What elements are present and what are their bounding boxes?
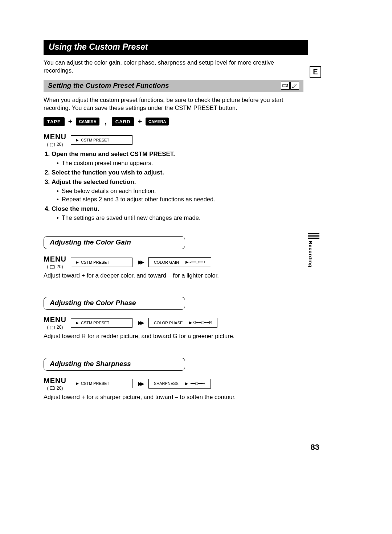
svg-rect-0 (283, 84, 286, 86)
menu-path-color-gain: MENU ( 20) ▶ CSTM PRESET ▶▶ COLOR GAIN ▶… (44, 255, 352, 269)
param-box-color-phase: COLOR PHASE ▶ G━━□━━R (148, 318, 217, 328)
menu-path-item: CSTM PRESET (81, 260, 109, 264)
camcorder-icon (281, 82, 290, 90)
param-name: COLOR PHASE (154, 321, 183, 325)
double-arrow-icon: ▶▶ (138, 381, 143, 386)
step-1: Open the menu and select CSTM PRESET. Th… (52, 151, 306, 167)
instruction-steps: Open the menu and select CSTM PRESET. Th… (44, 151, 306, 222)
param-box-color-gain: COLOR GAIN ▶ -━━□━━+ (148, 257, 211, 267)
double-arrow-icon: ▶▶ (138, 320, 143, 325)
pencil-icon (290, 82, 299, 90)
arrow-right-icon: ▶ (76, 321, 79, 325)
step-3-note-b: Repeat steps 2 and 3 to adjust other fun… (57, 195, 306, 203)
menu-page-ref: ( 20) (44, 142, 66, 147)
tape-chip: TAPE (44, 117, 65, 126)
param-name: COLOR GAIN (154, 260, 179, 264)
page-number: 83 (311, 443, 319, 452)
step-1-note: The custom preset menu appears. (57, 159, 306, 167)
plus-icon-2: + (138, 118, 142, 126)
menu-path-item: CSTM PRESET (81, 321, 109, 325)
slider-graphic: ▶ -━━□━━+ (185, 381, 205, 386)
step-2: Select the function you wish to adjust. (52, 169, 306, 176)
step-4: Close the menu. The settings are saved u… (52, 205, 306, 222)
step-3-note-a: See below details on each function. (57, 187, 306, 195)
arrow-right-icon: ▶ (76, 260, 79, 264)
color-gain-desc: Adjust toward + for a deeper color, and … (44, 271, 298, 279)
menu-path-sharpness: MENU ( 20) ▶ CSTM PRESET ▶▶ SHARPNESS ▶ … (44, 377, 352, 391)
menu-path-box: ▶ CSTM PRESET (71, 135, 132, 145)
menu-word: MENU (44, 377, 66, 385)
heading-color-gain: Adjusting the Color Gain (44, 236, 185, 249)
intro-text: You can adjust the color gain, color pha… (44, 58, 305, 75)
menu-word: MENU (44, 133, 66, 141)
camera-chip-1: CAMERA (76, 118, 99, 126)
section-tab-label: Recording (308, 241, 313, 267)
section-icons (281, 82, 299, 90)
double-arrow-icon: ▶▶ (138, 259, 143, 265)
color-phase-desc: Adjust toward R for a redder picture, an… (44, 332, 298, 340)
heading-color-phase: Adjusting the Color Phase (44, 297, 185, 310)
menu-page-ref: ( 20) (44, 264, 66, 269)
step-4-note: The settings are saved until new changes… (57, 214, 306, 222)
menu-path-box: ▶ CSTM PRESET (71, 379, 132, 388)
menu-path-item: CSTM PRESET (81, 138, 109, 142)
heading-sharpness: Adjusting the Sharpness (44, 358, 185, 371)
arrow-right-icon: ▶ (76, 138, 79, 142)
menu-path-primary: MENU ( 20) ▶ CSTM PRESET (44, 133, 352, 147)
slider-graphic: ▶ G━━□━━R (189, 320, 212, 325)
menu-path-box: ▶ CSTM PRESET (71, 318, 132, 328)
section-heading-setting: Setting the Custom Preset Functions (44, 80, 303, 92)
page-title-bar: Using the Custom Preset (44, 40, 308, 55)
slider-graphic: ▶ -━━□━━+ (185, 260, 206, 264)
separator: , (105, 117, 107, 126)
arrow-right-icon: ▶ (76, 382, 79, 385)
menu-path-color-phase: MENU ( 20) ▶ CSTM PRESET ▶▶ COLOR PHASE … (44, 316, 352, 330)
menu-word: MENU (44, 255, 66, 263)
sharpness-desc: Adjust toward + for a sharper picture, a… (44, 393, 298, 401)
section-tab-lines-icon (308, 233, 319, 239)
param-name: SHARPNESS (154, 381, 179, 386)
card-chip: CARD (112, 117, 134, 126)
plus-icon: + (68, 118, 73, 126)
menu-word: MENU (44, 316, 66, 324)
mode-indicators: TAPE + CAMERA , CARD + CAMERA (44, 117, 352, 126)
section-heading-label: Setting the Custom Preset Functions (48, 82, 169, 90)
camera-chip-2: CAMERA (146, 118, 169, 126)
menu-path-item: CSTM PRESET (81, 381, 109, 386)
menu-path-box: ▶ CSTM PRESET (71, 258, 132, 267)
section1-body: When you adjust the custom preset functi… (44, 96, 298, 112)
menu-page-ref: ( 20) (44, 386, 66, 391)
section-tab: Recording (308, 232, 319, 267)
menu-page-ref: ( 20) (44, 325, 66, 330)
language-marker: E (310, 66, 321, 78)
step-3: Adjust the selected function. See below … (52, 178, 306, 203)
param-box-sharpness: SHARPNESS ▶ -━━□━━+ (148, 379, 211, 389)
